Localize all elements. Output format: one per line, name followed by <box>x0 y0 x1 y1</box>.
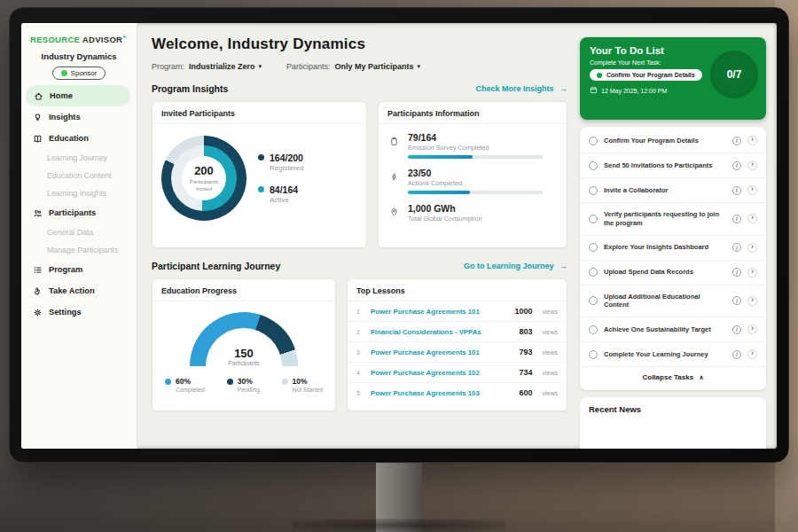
task-checkbox[interactable] <box>589 137 598 145</box>
task-row-complete-learning-journey[interactable]: Complete Your Learning Journey i › <box>580 342 766 367</box>
info-icon[interactable]: i <box>732 161 741 170</box>
sidebar-item-education[interactable]: Education <box>21 128 137 149</box>
monitor-stand-shadow <box>293 519 505 532</box>
chevron-right-icon[interactable]: › <box>747 214 757 223</box>
sidebar-item-home[interactable]: Home <box>26 85 130 106</box>
sponsor-badge[interactable]: Sponsor <box>52 66 106 80</box>
task-row-verify-participants[interactable]: Verify participants requesting to join t… <box>580 203 766 236</box>
task-row-achieve-sustainability-target[interactable]: Achieve One Sustainability Target i › <box>580 317 766 342</box>
active-value: 84/164 <box>270 184 298 195</box>
sidebar-item-label: Settings <box>49 308 82 317</box>
chevron-right-icon[interactable]: › <box>747 325 757 334</box>
chevron-right-icon[interactable]: › <box>747 296 757 306</box>
task-checkbox[interactable] <box>589 243 598 252</box>
education-gauge-chart: 150 Participants <box>190 312 298 366</box>
lesson-link[interactable]: Financial Considerations - VPPAs <box>371 328 512 336</box>
lesson-row: 2 Financial Considerations - VPPAs 803 v… <box>348 322 567 342</box>
chevron-right-icon[interactable]: › <box>747 268 757 278</box>
chevron-right-icon[interactable]: › <box>747 185 757 195</box>
legend-active: 84/164 Active <box>258 184 304 204</box>
task-row-send-invitations[interactable]: Send 50 Invitations to Participants i › <box>580 153 766 178</box>
sidebar-item-education-content[interactable]: Education Content <box>21 167 137 184</box>
lesson-link[interactable]: Power Purchase Agreements 101 <box>371 308 507 316</box>
invited-center-value: 200 <box>194 164 214 177</box>
education-center-label: Participants <box>190 360 298 366</box>
lesson-rank: 4 <box>356 370 364 376</box>
lesson-rank: 1 <box>356 309 364 315</box>
info-icon[interactable]: i <box>732 243 741 252</box>
sidebar-item-label: Manage Participants <box>47 246 118 254</box>
gear-icon <box>32 307 43 317</box>
sidebar-item-manage-participants[interactable]: Manage Participants <box>21 241 137 259</box>
check-more-insights-link[interactable]: Check More Insights → <box>475 84 567 93</box>
book-icon <box>32 133 43 144</box>
info-icon[interactable]: i <box>732 215 741 223</box>
sidebar-item-label: Participants <box>49 208 96 217</box>
program-filter[interactable]: Program: Industrialize Zero ▾ <box>152 62 262 71</box>
info-icon[interactable]: i <box>732 325 741 334</box>
sidebar-item-label: Home <box>50 91 73 100</box>
chevron-right-icon[interactable]: › <box>747 136 757 145</box>
task-row-invite-collaborator[interactable]: Invite a Collaborator i › <box>580 178 766 203</box>
info-icon[interactable]: i <box>732 350 741 359</box>
collapse-icon: ∧ <box>699 374 703 380</box>
task-checkbox[interactable] <box>589 325 598 334</box>
lesson-views-label: views <box>542 390 558 396</box>
participants-filter[interactable]: Participants: Only My Participants ▾ <box>286 62 420 71</box>
sidebar-item-program[interactable]: Program <box>21 259 137 280</box>
sidebar-item-settings[interactable]: Settings <box>21 301 137 323</box>
completed-dot-icon <box>165 379 171 385</box>
sidebar-item-learning-insights[interactable]: Learning Insights <box>21 184 137 202</box>
info-icon[interactable]: i <box>732 296 741 305</box>
arrow-right-icon: → <box>559 84 567 93</box>
task-label: Verify participants requesting to join t… <box>604 210 721 228</box>
task-row-upload-spend-data[interactable]: Upload Spend Data Records i › <box>580 261 766 286</box>
info-icon[interactable]: i <box>732 186 741 195</box>
chevron-right-icon[interactable]: › <box>747 160 757 170</box>
education-gauge-center: 150 Participants <box>190 347 298 366</box>
lesson-views: 1000 <box>514 307 532 316</box>
chevron-right-icon[interactable]: › <box>747 243 757 253</box>
todo-progress-ring: 0/7 <box>710 51 758 98</box>
invited-participants-card: Invited Participants 200 Participants In… <box>152 101 367 248</box>
app-logo[interactable]: RESOURCE ADVISOR+ <box>21 23 137 46</box>
actions-completed-label: Actions Completed <box>408 179 543 187</box>
collapse-tasks-button[interactable]: Collapse Tasks ∧ <box>580 367 766 388</box>
chevron-down-icon: ▾ <box>418 63 421 70</box>
progress-fill-1 <box>408 191 470 194</box>
calendar-icon <box>590 86 598 95</box>
info-icon[interactable]: i <box>732 268 741 277</box>
task-checkbox[interactable] <box>589 350 598 359</box>
go-to-learning-journey-label: Go to Learning Journey <box>464 262 554 270</box>
task-checkbox[interactable] <box>589 296 598 305</box>
sidebar-item-participants[interactable]: Participants <box>21 202 137 223</box>
chevron-right-icon[interactable]: › <box>747 349 757 359</box>
lesson-views: 600 <box>519 388 532 397</box>
task-checkbox[interactable] <box>589 215 598 223</box>
lesson-views: 734 <box>519 368 532 377</box>
learning-journey-header: Participant Learning Journey Go to Learn… <box>152 261 567 271</box>
sidebar-item-learning-journey[interactable]: Learning Journey <box>21 149 137 167</box>
task-checkbox[interactable] <box>589 186 598 195</box>
sidebar-item-general-data[interactable]: General Data <box>21 223 137 241</box>
lesson-link[interactable]: Power Purchase Agreements 103 <box>371 389 512 397</box>
top-lessons-card: Top Lessons 1 Power Purchase Agreements … <box>347 278 567 411</box>
task-row-confirm-program[interactable]: Confirm Your Program Details i › <box>580 129 766 153</box>
task-checkbox[interactable] <box>589 268 598 277</box>
pending-label: Pending <box>238 387 260 393</box>
sidebar-item-label: Take Action <box>49 286 95 295</box>
sidebar-item-label: Insights <box>49 113 81 121</box>
sidebar-item-take-action[interactable]: Take Action <box>21 280 137 301</box>
task-label: Invite a Collaborator <box>604 186 721 195</box>
task-checkbox[interactable] <box>589 161 598 170</box>
go-to-learning-journey-link[interactable]: Go to Learning Journey → <box>464 262 567 270</box>
task-row-explore-insights[interactable]: Explore Your Insights Dashboard i › <box>580 236 766 261</box>
next-task-pill[interactable]: Confirm Your Program Details <box>590 69 702 81</box>
info-icon[interactable]: i <box>732 137 741 145</box>
lesson-link[interactable]: Power Purchase Agreements 102 <box>371 369 512 377</box>
lesson-link[interactable]: Power Purchase Agreements 101 <box>371 348 512 356</box>
task-row-upload-educational-content[interactable]: Upload Additional Educational Content i … <box>580 286 766 318</box>
sidebar-item-insights[interactable]: Insights <box>21 106 137 128</box>
actions-completed-value: 23/50 <box>408 168 543 178</box>
lesson-row: 3 Power Purchase Agreements 101 793 view… <box>348 342 567 363</box>
